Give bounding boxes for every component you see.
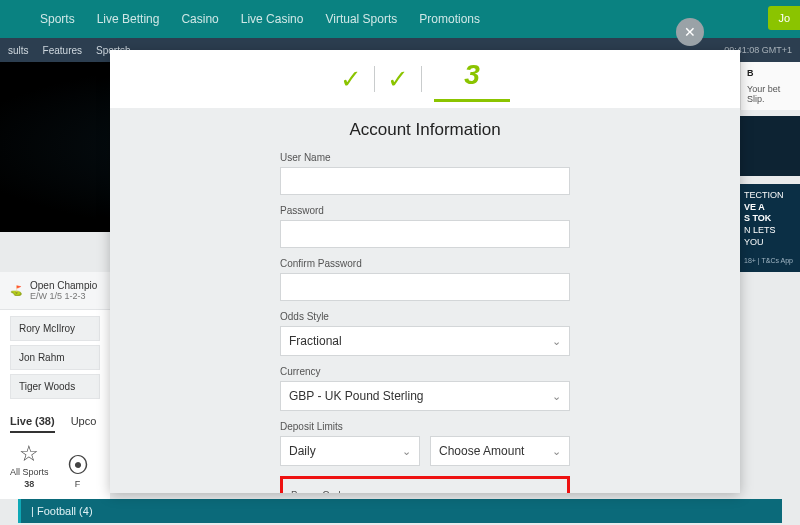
step3-indicator: 3: [434, 57, 510, 102]
close-icon: ✕: [684, 24, 696, 40]
modal-stepper: ✓ ✓ 3: [110, 50, 740, 108]
modal-close-button[interactable]: ✕: [676, 18, 704, 46]
chevron-down-icon: ⌄: [552, 335, 561, 348]
username-input[interactable]: [280, 167, 570, 195]
chevron-down-icon: ⌄: [552, 445, 561, 458]
odds-style-select[interactable]: Fractional ⌄: [280, 326, 570, 356]
deposit-period-select[interactable]: Daily ⌄: [280, 436, 420, 466]
currency-value: GBP - UK Pound Sterling: [289, 389, 424, 403]
confirm-password-label: Confirm Password: [280, 258, 570, 269]
odds-style-value: Fractional: [289, 334, 342, 348]
confirm-password-input[interactable]: [280, 273, 570, 301]
step-divider: [421, 66, 422, 92]
step2-check-icon: ✓: [387, 64, 409, 95]
password-label: Password: [280, 205, 570, 216]
registration-modal: ✓ ✓ 3 Account Information User Name Pass…: [110, 50, 740, 493]
deposit-amount-select[interactable]: Choose Amount ⌄: [430, 436, 570, 466]
deposit-limits-label: Deposit Limits: [280, 421, 570, 432]
currency-select[interactable]: GBP - UK Pound Sterling ⌄: [280, 381, 570, 411]
username-label: User Name: [280, 152, 570, 163]
step1-check-icon: ✓: [340, 64, 362, 95]
deposit-amount-value: Choose Amount: [439, 444, 524, 458]
chevron-down-icon: ⌄: [552, 390, 561, 403]
chevron-down-icon: ⌄: [402, 445, 411, 458]
step-divider: [374, 66, 375, 92]
deposit-period-value: Daily: [289, 444, 316, 458]
odds-style-label: Odds Style: [280, 311, 570, 322]
password-input[interactable]: [280, 220, 570, 248]
currency-label: Currency: [280, 366, 570, 377]
modal-title: Account Information: [280, 120, 570, 140]
bonus-code-label: Bonus Code: [291, 490, 346, 493]
bonus-code-highlight: Bonus Code: [280, 476, 570, 493]
